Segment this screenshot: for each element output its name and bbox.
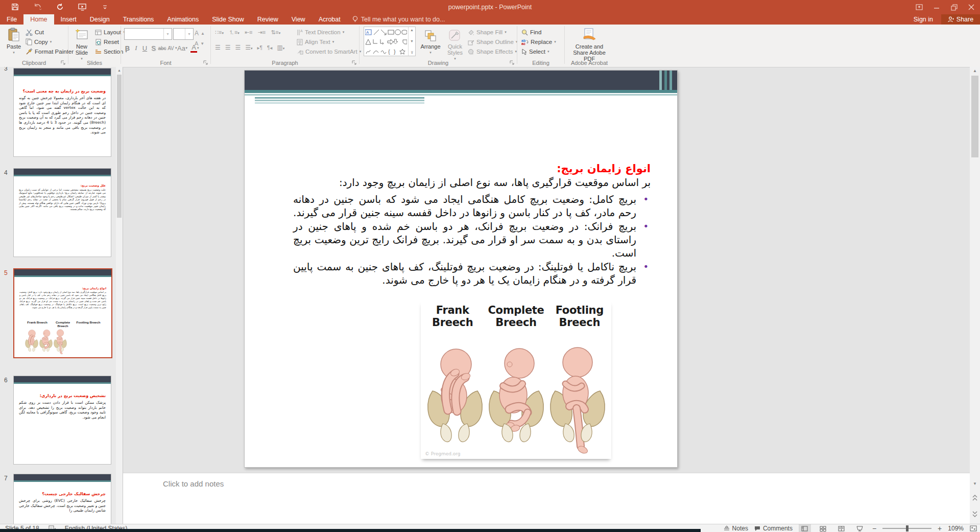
ribbon-display-options-icon[interactable]	[911, 0, 928, 14]
rtl-direction-icon[interactable]: ¶◂	[267, 45, 272, 51]
zoom-out-button[interactable]: −	[872, 524, 876, 532]
minimize-button[interactable]	[928, 0, 945, 14]
align-text-button[interactable]: Align Text▾	[297, 37, 334, 47]
thumb-scroll-up-icon[interactable]: ▲	[116, 67, 123, 74]
sign-in-link[interactable]: Sign in	[914, 14, 933, 25]
font-dialog-launcher[interactable]	[203, 60, 208, 65]
zoom-in-button[interactable]: +	[938, 524, 942, 532]
thumb-scrollbar-thumb[interactable]	[117, 75, 122, 218]
font-color-button[interactable]: A	[190, 43, 197, 53]
quick-styles-icon	[443, 27, 467, 42]
next-slide-button[interactable]	[970, 506, 980, 522]
character-spacing-button[interactable]: AV	[166, 45, 175, 51]
increase-indent-icon[interactable]: ⇥≡	[258, 29, 266, 36]
tab-slideshow[interactable]: Slide Show	[205, 14, 251, 25]
brush-icon	[26, 48, 33, 55]
tab-insert[interactable]: Insert	[54, 14, 83, 25]
increase-font-icon[interactable]: A▲	[195, 29, 205, 38]
tab-view[interactable]: View	[285, 14, 312, 25]
arrange-button[interactable]: Arrange ▾	[419, 27, 442, 56]
format-painter-button[interactable]: Format Painter	[26, 47, 74, 56]
bold-button[interactable]: B	[123, 44, 132, 52]
tab-file[interactable]: File	[0, 14, 23, 25]
slideshow-view-button[interactable]	[854, 524, 866, 532]
bullet-item: بریچ ناکامل یا فوتلینگ: در وضعیت بریچ فو…	[293, 260, 651, 287]
reading-view-button[interactable]	[835, 524, 848, 532]
slide-intro-line[interactable]: بر اساس موقعیت قرارگیری پاها، سه نوع اصل…	[339, 176, 651, 189]
numbering-icon[interactable]: ⒈≡▾	[229, 29, 240, 36]
line-spacing-icon[interactable]: ⇅≡▾	[271, 29, 280, 36]
normal-view-button[interactable]	[799, 524, 811, 532]
shape-effects-button[interactable]: Shape Effects▾	[468, 47, 517, 56]
notes-pane[interactable]: Click to add notes	[123, 473, 970, 524]
underline-button[interactable]: U	[140, 44, 149, 52]
copy-button[interactable]: Copy▾	[26, 37, 52, 47]
justify-icon[interactable]: ☰▾	[245, 44, 252, 51]
slide-bullet-list[interactable]: بریچ کامل: وضعیت بریچ کامل هنگامی ایجاد …	[293, 193, 651, 287]
slide-thumbnail-4[interactable]: علل وضعیت بریج: علت وضعیت بریج همیشه مشخ…	[13, 168, 111, 257]
decrease-indent-icon[interactable]: ⇤≡	[245, 29, 253, 36]
text-shadow-button[interactable]: S	[149, 44, 158, 52]
slide-sorter-view-button[interactable]	[817, 524, 829, 532]
slide-thumbnail-7[interactable]: چرخش سفالیک خارجی چیست؟ چرخش سفالیک خارج…	[13, 474, 111, 524]
thumbnail-pane-scrollbar[interactable]: ▲	[116, 67, 123, 524]
tab-review[interactable]: Review	[251, 14, 285, 25]
quick-styles-button[interactable]: Quick Styles ▾	[443, 27, 467, 62]
bullets-icon[interactable]: ∷≡▾	[215, 29, 224, 36]
tell-me-box[interactable]: Tell me what you want to do...	[347, 14, 450, 25]
font-size-combo[interactable]: ▼	[173, 28, 194, 40]
reset-button[interactable]: Reset	[95, 37, 119, 47]
clipboard-dialog-launcher[interactable]	[60, 60, 66, 65]
drawing-dialog-launcher[interactable]	[509, 60, 515, 65]
italic-button[interactable]: I	[132, 44, 140, 52]
align-center-icon[interactable]: ☰	[225, 44, 231, 51]
shapes-gallery-scrollbar[interactable]: ▲▼⊽	[408, 27, 415, 56]
slide-thumbnail-6[interactable]: تشخیص وضعیت بریج در بارداری: پزشک ممکن ا…	[13, 376, 111, 465]
slide-thumbnail-5-selected[interactable]: انواع زایمان بریج: بر اساس موقعیت قرارگی…	[13, 268, 112, 358]
zoom-slider[interactable]	[882, 528, 931, 529]
ltr-direction-icon[interactable]: ▸¶	[257, 45, 262, 51]
tab-transitions[interactable]: Transitions	[116, 14, 161, 25]
scrollbar-thumb[interactable]	[971, 76, 978, 157]
paste-button[interactable]: Paste ▾	[2, 27, 26, 56]
tab-animations[interactable]: Animations	[160, 14, 205, 25]
align-right-icon[interactable]: ☰	[235, 44, 241, 51]
select-button[interactable]: Select▾	[521, 47, 549, 56]
shape-fill-button[interactable]: Shape Fill▾	[468, 28, 507, 37]
paragraph-dialog-launcher[interactable]	[351, 60, 357, 65]
strikethrough-button[interactable]: abc	[158, 45, 166, 51]
new-slide-button[interactable]: New Slide ▾	[70, 27, 93, 62]
zoom-level[interactable]: 109%	[948, 525, 964, 532]
breech-types-figure[interactable]: Frank Breech Complete Breech Footling Br…	[421, 301, 611, 459]
fit-to-window-button[interactable]	[970, 525, 977, 531]
notes-toggle[interactable]: Notes	[724, 525, 748, 532]
notes-placeholder[interactable]: Click to add notes	[163, 479, 224, 488]
convert-smartart-button[interactable]: Convert to SmartArt▾	[297, 47, 361, 56]
slide-canvas[interactable]: انواع زایمان بریج: بر اساس موقعیت قرارگی…	[244, 70, 678, 468]
cut-button[interactable]: Cut	[26, 28, 44, 37]
find-button[interactable]: Find	[521, 28, 541, 37]
scroll-down-icon[interactable]: ▼	[970, 480, 980, 488]
zoom-slider-thumb[interactable]	[906, 525, 909, 531]
text-direction-button[interactable]: A Text Direction▾	[297, 28, 344, 37]
columns-icon[interactable]: ▥▾	[277, 44, 284, 51]
align-left-icon[interactable]: ☰	[215, 44, 221, 51]
create-share-pdf-button[interactable]: Create and Share Adobe PDF	[567, 27, 612, 62]
comments-toggle[interactable]: Comments	[754, 525, 793, 532]
previous-slide-button[interactable]	[970, 490, 980, 505]
slide-thumbnail-3[interactable]: وضعیت بریج در زایمان به چه معنی است؟ در …	[13, 68, 111, 157]
close-button[interactable]	[963, 0, 980, 14]
tab-acrobat[interactable]: Acrobat	[312, 14, 347, 25]
shapes-gallery[interactable]: A	[364, 27, 416, 56]
font-name-combo[interactable]: ▼	[124, 28, 172, 40]
tab-home[interactable]: Home	[23, 14, 54, 25]
change-case-button[interactable]: Aa	[177, 44, 186, 52]
share-button[interactable]: Share	[941, 14, 980, 25]
tab-design[interactable]: Design	[83, 14, 116, 25]
editor-vertical-scrollbar[interactable]: ▲ ▼	[970, 67, 980, 524]
shape-outline-button[interactable]: Shape Outline▾	[468, 37, 517, 47]
restore-button[interactable]	[945, 0, 963, 14]
slide-title[interactable]: انواع زایمان بریج:	[557, 163, 651, 175]
replace-button[interactable]: abac Replace▾	[521, 37, 556, 47]
scroll-up-icon[interactable]: ▲	[970, 67, 980, 75]
